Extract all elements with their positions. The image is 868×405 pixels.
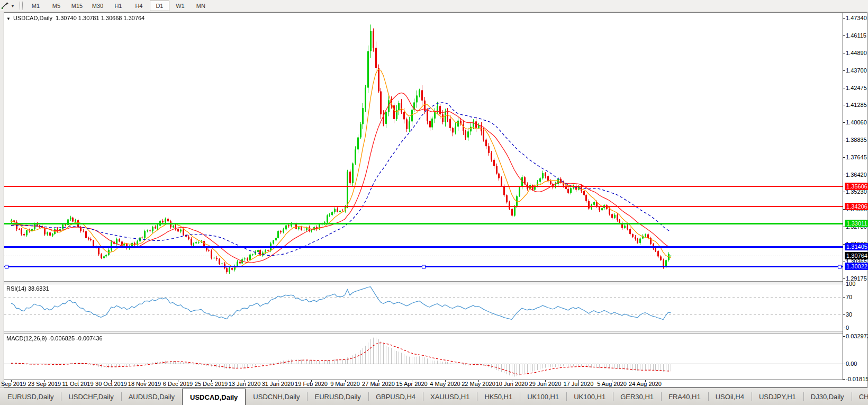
- current-price-tag: 1.30764: [845, 252, 868, 259]
- hline-price-tag: 1.35606: [845, 183, 868, 190]
- hline-price-tag: 1.33011: [845, 220, 868, 227]
- price-tick-mark: [843, 278, 845, 279]
- rsi-panel-canvas[interactable]: [4, 283, 843, 331]
- chart-tab-usdchf-daily[interactable]: USDCHF,Daily: [61, 388, 121, 405]
- price-tick-mark: [843, 70, 845, 71]
- price-tick-label: 1.46115: [846, 32, 868, 39]
- rsi-level-label: 30: [846, 311, 868, 318]
- chart-tab-fra40-h1[interactable]: FRA40,H1: [661, 388, 708, 405]
- hline-price-tag: 1.31405: [845, 243, 868, 250]
- price-tick-label: 1.40060: [846, 119, 868, 125]
- time-axis-line: [4, 380, 843, 380]
- price-tick-mark: [843, 105, 845, 105]
- timeframe-toolbar: ▼ M1M5M15M30H1H4D1W1MN: [0, 0, 868, 12]
- rsi-level-label: 70: [846, 294, 868, 300]
- timeframe-buttons: M1M5M15M30H1H4D1W1MN: [25, 1, 211, 11]
- rsi-level-label: 0: [846, 325, 868, 331]
- price-tick-label: 1.38835: [846, 137, 868, 143]
- chart-tab-uk100-h1[interactable]: UK100,H1: [566, 388, 613, 405]
- chart-tab-hk50-h1[interactable]: HK50,H1: [477, 388, 520, 405]
- price-tick-label: 1.41285: [846, 102, 868, 108]
- macd-tick-mark: [843, 336, 845, 337]
- macd-panel-canvas[interactable]: [4, 333, 843, 379]
- chart-tab-usoil-h4[interactable]: USOil,H4: [708, 388, 752, 405]
- price-tick-label: 1.37645: [846, 154, 868, 160]
- rsi-tick-mark: [843, 314, 845, 315]
- timeframe-button-m30[interactable]: M30: [88, 1, 107, 11]
- price-tick-label: 1.43700: [846, 67, 868, 74]
- rsi-level-label: 100: [846, 281, 868, 287]
- chart-tab-xauusd-h1[interactable]: XAUUSD,H1: [423, 388, 477, 405]
- rsi-tick-mark: [843, 297, 845, 298]
- date-tick-label: 24 Aug 2020: [622, 381, 668, 387]
- price-tick-label: 1.42475: [846, 85, 868, 91]
- chart-tab-usdcnh-daily[interactable]: USDCNH,Daily: [246, 388, 307, 405]
- price-tick-label: 1.36420: [846, 172, 868, 178]
- trendline-cursor-icon: [1, 2, 9, 10]
- chart-tab-bar: EURUSD,DailyUSDCHF,DailyAUDUSD,DailyUSDC…: [0, 388, 868, 405]
- chart-tab-china300-h1[interactable]: CHINA300,H1: [852, 388, 868, 405]
- line-tools-button[interactable]: ▼: [0, 0, 17, 12]
- chart-tabs: EURUSD,DailyUSDCHF,DailyAUDUSD,DailyUSDC…: [0, 388, 868, 405]
- chart-tab-usdcad-daily[interactable]: USDCAD,Daily: [182, 389, 246, 405]
- rsi-tick-mark: [843, 328, 845, 328]
- price-tick-mark: [843, 157, 845, 158]
- price-tick-label: 1.44890: [846, 50, 868, 56]
- macd-tick-mark: [843, 364, 845, 364]
- price-tick-mark: [843, 35, 845, 36]
- timeframe-button-w1[interactable]: W1: [170, 1, 190, 11]
- macd-splitter[interactable]: [4, 331, 843, 334]
- dropdown-arrow-icon: ▼: [11, 4, 15, 8]
- chart-collapse-icon[interactable]: ▼: [6, 16, 11, 21]
- chart-title: ▼USDCAD,Daily 1.30740 1.30781 1.30668 1.…: [6, 15, 144, 21]
- timeframe-button-h4[interactable]: H4: [129, 1, 149, 11]
- macd-axis-label: -0.018154: [846, 376, 868, 382]
- chart-tab-eurusd-daily[interactable]: EURUSD,Daily: [0, 388, 61, 405]
- chart-tab-usdjpy-h1[interactable]: USDJPY,H1: [752, 388, 803, 405]
- price-tick-label: 1.47340: [846, 15, 868, 21]
- chart-ohlc-quote: 1.30740 1.30781 1.30668 1.30764: [56, 15, 144, 21]
- macd-tick-mark: [843, 379, 845, 380]
- price-tick-mark: [843, 122, 845, 123]
- chart-tab-gbpusd-h4[interactable]: GBPUSD,H4: [368, 388, 423, 405]
- chart-tab-audusd-daily[interactable]: AUDUSD,Daily: [121, 388, 182, 405]
- price-tick-mark: [843, 140, 845, 140]
- chart-tab-dj30-daily[interactable]: DJ30,Daily: [803, 388, 852, 405]
- macd-indicator-label: MACD(12,26,9) -0.006825 -0.007436: [6, 335, 103, 341]
- chart-symbol-label: USDCAD,Daily: [13, 15, 52, 21]
- hline-price-tag: 1.30022: [845, 263, 868, 270]
- main-chart-canvas[interactable]: [4, 13, 843, 281]
- price-tick-mark: [843, 18, 845, 19]
- price-tick-mark: [843, 175, 845, 175]
- toolbar-grip[interactable]: [20, 2, 23, 10]
- price-tick-mark: [843, 262, 845, 262]
- timeframe-button-mn[interactable]: MN: [191, 1, 211, 11]
- chart-tab-uk100-h1[interactable]: UK100,H1: [520, 388, 566, 405]
- price-tick-mark: [843, 192, 845, 192]
- timeframe-button-d1[interactable]: D1: [150, 1, 169, 11]
- timeframe-button-m1[interactable]: M1: [26, 1, 46, 11]
- price-tick-mark: [843, 88, 845, 88]
- rsi-splitter[interactable]: [4, 281, 843, 284]
- timeframe-button-m5[interactable]: M5: [47, 1, 66, 11]
- rsi-indicator-label: RSI(14) 38.6831: [6, 285, 49, 292]
- timeframe-button-h1[interactable]: H1: [108, 1, 128, 11]
- rsi-tick-mark: [843, 284, 845, 284]
- mt4-terminal: ▼ M1M5M15M30H1H4D1W1MN ▼USDCAD,Daily 1.3…: [0, 0, 868, 405]
- macd-axis-label: 0.032972: [846, 333, 868, 339]
- macd-axis-label: 0.00: [846, 361, 868, 367]
- price-tick-mark: [843, 53, 845, 53]
- price-axis-line: [843, 13, 843, 380]
- chart-tab-ger30-h1[interactable]: GER30,H1: [613, 388, 661, 405]
- timeframe-button-m15[interactable]: M15: [67, 1, 87, 11]
- chart-tab-eurusd-daily[interactable]: EURUSD,Daily: [307, 388, 368, 405]
- hline-price-tag: 1.34206: [845, 203, 868, 210]
